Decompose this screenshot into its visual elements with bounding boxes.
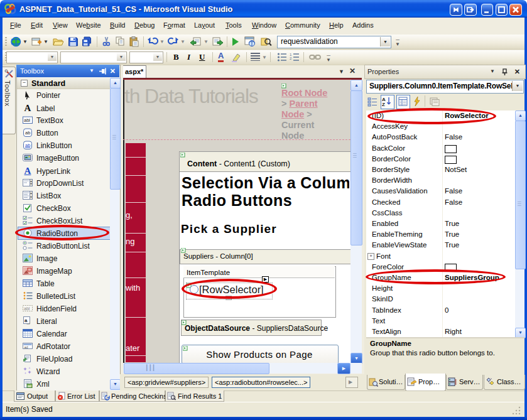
svg-text:a: a: [24, 318, 28, 323]
svg-text:ad: ad: [24, 345, 28, 349]
svg-text:Z: Z: [382, 102, 385, 106]
svg-text:2: 2: [290, 57, 292, 60]
svg-text:ab: ab: [25, 130, 30, 136]
svg-text:abl: abl: [24, 306, 30, 311]
svg-text:abl: abl: [24, 117, 30, 123]
svg-text:ml: ml: [28, 384, 31, 388]
